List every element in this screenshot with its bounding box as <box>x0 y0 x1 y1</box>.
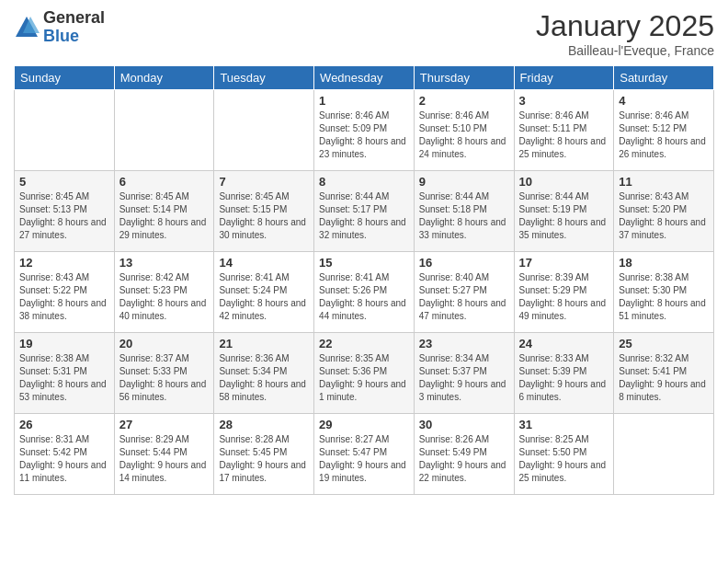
page: General Blue January 2025 Bailleau-l'Eve… <box>0 0 728 563</box>
calendar-week-2: 5Sunrise: 8:45 AM Sunset: 5:13 PM Daylig… <box>15 171 714 252</box>
calendar-cell: 25Sunrise: 8:32 AM Sunset: 5:41 PM Dayli… <box>614 333 714 414</box>
calendar: Sunday Monday Tuesday Wednesday Thursday… <box>14 65 714 495</box>
header: General Blue January 2025 Bailleau-l'Eve… <box>14 9 714 58</box>
day-info: Sunrise: 8:46 AM Sunset: 5:10 PM Dayligh… <box>419 109 509 161</box>
calendar-cell: 31Sunrise: 8:25 AM Sunset: 5:50 PM Dayli… <box>514 414 614 495</box>
day-number: 18 <box>619 256 709 270</box>
calendar-cell: 4Sunrise: 8:46 AM Sunset: 5:12 PM Daylig… <box>614 90 714 171</box>
day-number: 24 <box>519 337 609 350</box>
day-info: Sunrise: 8:34 AM Sunset: 5:37 PM Dayligh… <box>419 352 509 404</box>
day-info: Sunrise: 8:39 AM Sunset: 5:29 PM Dayligh… <box>519 271 609 323</box>
calendar-cell <box>614 414 714 495</box>
day-info: Sunrise: 8:44 AM Sunset: 5:19 PM Dayligh… <box>519 190 609 242</box>
header-friday: Friday <box>514 66 614 90</box>
day-info: Sunrise: 8:44 AM Sunset: 5:17 PM Dayligh… <box>319 190 409 242</box>
day-number: 23 <box>419 337 509 350</box>
day-info: Sunrise: 8:45 AM Sunset: 5:14 PM Dayligh… <box>119 190 210 242</box>
day-number: 14 <box>219 256 309 270</box>
calendar-cell: 1Sunrise: 8:46 AM Sunset: 5:09 PM Daylig… <box>314 90 415 171</box>
calendar-cell: 21Sunrise: 8:36 AM Sunset: 5:34 PM Dayli… <box>214 333 314 414</box>
day-info: Sunrise: 8:26 AM Sunset: 5:49 PM Dayligh… <box>419 433 509 485</box>
day-number: 17 <box>519 256 609 270</box>
day-info: Sunrise: 8:46 AM Sunset: 5:12 PM Dayligh… <box>619 109 709 161</box>
day-number: 26 <box>19 418 109 431</box>
day-number: 1 <box>319 94 409 108</box>
day-number: 21 <box>219 337 309 350</box>
day-number: 13 <box>119 256 210 270</box>
calendar-cell: 19Sunrise: 8:38 AM Sunset: 5:31 PM Dayli… <box>15 333 115 414</box>
calendar-cell: 24Sunrise: 8:33 AM Sunset: 5:39 PM Dayli… <box>514 333 614 414</box>
calendar-week-1: 1Sunrise: 8:46 AM Sunset: 5:09 PM Daylig… <box>15 90 714 171</box>
day-info: Sunrise: 8:28 AM Sunset: 5:45 PM Dayligh… <box>219 433 309 485</box>
day-info: Sunrise: 8:42 AM Sunset: 5:23 PM Dayligh… <box>119 271 210 323</box>
calendar-cell: 15Sunrise: 8:41 AM Sunset: 5:26 PM Dayli… <box>314 252 415 333</box>
day-info: Sunrise: 8:31 AM Sunset: 5:42 PM Dayligh… <box>19 433 109 485</box>
title-section: January 2025 Bailleau-l'Eveque, France <box>536 9 714 58</box>
day-info: Sunrise: 8:37 AM Sunset: 5:33 PM Dayligh… <box>119 352 210 404</box>
day-info: Sunrise: 8:44 AM Sunset: 5:18 PM Dayligh… <box>419 190 509 242</box>
logo-icon <box>14 15 40 40</box>
calendar-cell: 2Sunrise: 8:46 AM Sunset: 5:10 PM Daylig… <box>414 90 514 171</box>
day-number: 6 <box>119 175 210 189</box>
logo-general: General <box>43 9 105 28</box>
day-number: 5 <box>19 175 109 189</box>
day-info: Sunrise: 8:43 AM Sunset: 5:20 PM Dayligh… <box>619 190 709 242</box>
calendar-cell: 28Sunrise: 8:28 AM Sunset: 5:45 PM Dayli… <box>214 414 314 495</box>
logo-text: General Blue <box>43 9 105 46</box>
weekday-header-row: Sunday Monday Tuesday Wednesday Thursday… <box>15 66 714 90</box>
calendar-cell: 27Sunrise: 8:29 AM Sunset: 5:44 PM Dayli… <box>114 414 214 495</box>
day-number: 30 <box>419 418 509 431</box>
calendar-cell: 3Sunrise: 8:46 AM Sunset: 5:11 PM Daylig… <box>514 90 614 171</box>
day-number: 12 <box>19 256 109 270</box>
day-number: 28 <box>219 418 309 431</box>
calendar-cell: 26Sunrise: 8:31 AM Sunset: 5:42 PM Dayli… <box>15 414 115 495</box>
calendar-cell: 20Sunrise: 8:37 AM Sunset: 5:33 PM Dayli… <box>114 333 214 414</box>
calendar-cell: 18Sunrise: 8:38 AM Sunset: 5:30 PM Dayli… <box>614 252 714 333</box>
day-info: Sunrise: 8:33 AM Sunset: 5:39 PM Dayligh… <box>519 352 609 404</box>
calendar-week-5: 26Sunrise: 8:31 AM Sunset: 5:42 PM Dayli… <box>15 414 714 495</box>
day-number: 15 <box>319 256 409 270</box>
day-info: Sunrise: 8:40 AM Sunset: 5:27 PM Dayligh… <box>419 271 509 323</box>
day-number: 27 <box>119 418 210 431</box>
day-info: Sunrise: 8:35 AM Sunset: 5:36 PM Dayligh… <box>319 352 409 404</box>
calendar-cell <box>114 90 214 171</box>
day-number: 29 <box>319 418 409 431</box>
day-info: Sunrise: 8:29 AM Sunset: 5:44 PM Dayligh… <box>119 433 210 485</box>
calendar-cell: 17Sunrise: 8:39 AM Sunset: 5:29 PM Dayli… <box>514 252 614 333</box>
calendar-cell: 8Sunrise: 8:44 AM Sunset: 5:17 PM Daylig… <box>314 171 415 252</box>
header-sunday: Sunday <box>15 66 115 90</box>
day-info: Sunrise: 8:45 AM Sunset: 5:15 PM Dayligh… <box>219 190 309 242</box>
calendar-cell: 22Sunrise: 8:35 AM Sunset: 5:36 PM Dayli… <box>314 333 415 414</box>
day-info: Sunrise: 8:38 AM Sunset: 5:30 PM Dayligh… <box>619 271 709 323</box>
calendar-cell: 5Sunrise: 8:45 AM Sunset: 5:13 PM Daylig… <box>15 171 115 252</box>
day-number: 22 <box>319 337 409 350</box>
calendar-cell: 10Sunrise: 8:44 AM Sunset: 5:19 PM Dayli… <box>514 171 614 252</box>
day-number: 31 <box>519 418 609 431</box>
header-tuesday: Tuesday <box>214 66 314 90</box>
day-info: Sunrise: 8:41 AM Sunset: 5:24 PM Dayligh… <box>219 271 309 323</box>
header-wednesday: Wednesday <box>314 66 415 90</box>
month-title: January 2025 <box>536 9 714 43</box>
day-number: 8 <box>319 175 409 189</box>
calendar-cell: 30Sunrise: 8:26 AM Sunset: 5:49 PM Dayli… <box>414 414 514 495</box>
day-info: Sunrise: 8:25 AM Sunset: 5:50 PM Dayligh… <box>519 433 609 485</box>
calendar-cell: 16Sunrise: 8:40 AM Sunset: 5:27 PM Dayli… <box>414 252 514 333</box>
calendar-week-3: 12Sunrise: 8:43 AM Sunset: 5:22 PM Dayli… <box>15 252 714 333</box>
day-number: 3 <box>519 94 609 108</box>
header-saturday: Saturday <box>614 66 714 90</box>
logo: General Blue <box>14 9 105 46</box>
calendar-cell: 6Sunrise: 8:45 AM Sunset: 5:14 PM Daylig… <box>114 171 214 252</box>
day-info: Sunrise: 8:41 AM Sunset: 5:26 PM Dayligh… <box>319 271 409 323</box>
day-number: 25 <box>619 337 709 350</box>
calendar-cell: 29Sunrise: 8:27 AM Sunset: 5:47 PM Dayli… <box>314 414 415 495</box>
day-number: 4 <box>619 94 709 108</box>
day-number: 9 <box>419 175 509 189</box>
day-info: Sunrise: 8:38 AM Sunset: 5:31 PM Dayligh… <box>19 352 109 404</box>
day-number: 11 <box>619 175 709 189</box>
header-monday: Monday <box>114 66 214 90</box>
calendar-cell <box>15 90 115 171</box>
day-number: 2 <box>419 94 509 108</box>
day-info: Sunrise: 8:45 AM Sunset: 5:13 PM Dayligh… <box>19 190 109 242</box>
calendar-cell: 11Sunrise: 8:43 AM Sunset: 5:20 PM Dayli… <box>614 171 714 252</box>
calendar-cell: 13Sunrise: 8:42 AM Sunset: 5:23 PM Dayli… <box>114 252 214 333</box>
